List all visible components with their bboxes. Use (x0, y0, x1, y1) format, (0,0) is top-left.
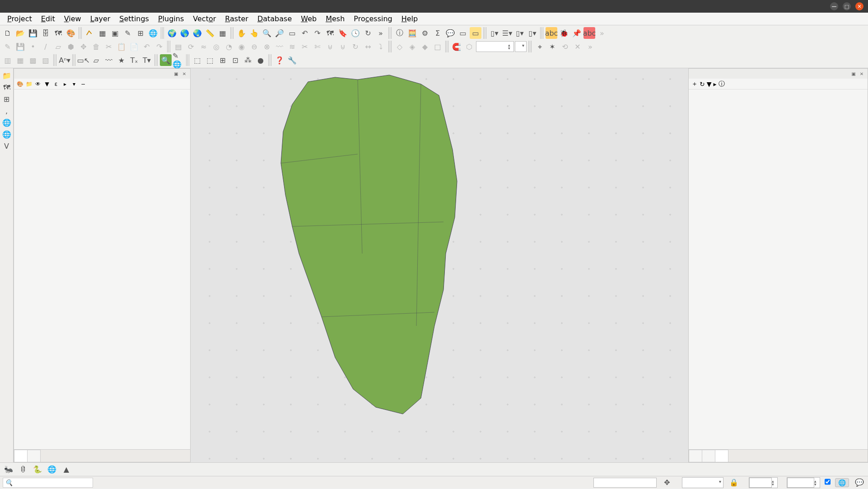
zoom-full-icon[interactable]: 🌍 (166, 27, 178, 39)
refresh-icon[interactable]: ↻ (362, 27, 374, 39)
add-raster-layer-icon[interactable]: 🗺 (1, 82, 13, 93)
add-mesh-layer-icon[interactable]: ⊞ (1, 94, 13, 104)
show-map-tips-icon[interactable]: 💬 (444, 27, 456, 39)
annotation-callout-icon[interactable]: T▾ (141, 54, 153, 66)
zoom-last-icon[interactable]: ↶ (299, 27, 311, 39)
new-mesh-icon[interactable]: ⊞ (135, 27, 146, 39)
label-pin-icon[interactable]: 📌 (571, 27, 583, 39)
layer-expand-icon[interactable]: ▸ (61, 80, 69, 88)
attribute-table-icon[interactable]: ▦ (217, 27, 229, 39)
tab-layers[interactable] (14, 450, 28, 462)
browser-panel-close-icon[interactable]: ✕ (859, 71, 865, 77)
new-bookmark-icon[interactable]: 🔖 (337, 27, 349, 39)
locator-input[interactable]: 🔍 (3, 478, 93, 488)
window-minimize-icon[interactable]: — (830, 2, 838, 10)
menu-vector[interactable]: Vector (189, 14, 219, 24)
georef-c-icon[interactable]: ⊞ (217, 54, 229, 66)
snap-overflow-icon[interactable]: » (584, 41, 596, 52)
zoom-out-icon[interactable]: 🔎 (274, 27, 285, 39)
new-print-layout-icon[interactable]: 🗺 (52, 27, 64, 39)
menu-web[interactable]: Web (297, 14, 320, 24)
layers-panel-close-icon[interactable]: ✕ (181, 71, 187, 77)
deselect-icon[interactable]: ▯▾ (514, 27, 526, 39)
tab-browser[interactable] (715, 450, 728, 462)
self-snap-icon[interactable]: ⟲ (559, 41, 571, 52)
zoom-layer-icon[interactable]: 🌎 (179, 27, 191, 39)
layer-style-icon[interactable]: 🎨 (16, 80, 24, 88)
grass-icon[interactable]: ▲ (61, 464, 72, 475)
open-project-icon[interactable]: 📂 (14, 27, 26, 39)
pan-icon[interactable]: ✋ (236, 27, 247, 39)
browser-filter-icon[interactable]: ▼ (707, 80, 712, 88)
crs-button[interactable]: 🌐 (835, 478, 849, 487)
zoom-native-icon[interactable]: ▭ (286, 27, 298, 39)
annotation-poly-icon[interactable]: ▱ (90, 54, 102, 66)
diagram-icon[interactable]: 🐞 (558, 27, 570, 39)
coordinate-input[interactable] (593, 478, 657, 488)
menu-layer[interactable]: Layer (87, 14, 114, 24)
layers-tree[interactable] (14, 89, 190, 449)
zoom-selection-icon[interactable]: 🌏 (191, 27, 203, 39)
browser-add-icon[interactable]: ＋ (691, 80, 698, 88)
georef-a-icon[interactable]: ⬚ (191, 54, 203, 66)
add-vector-layer-icon[interactable]: 📁 (1, 70, 13, 81)
messages-icon[interactable]: 💬 (854, 477, 865, 489)
coord-toggle-icon[interactable]: ✥ (661, 477, 673, 489)
tab-layer-styling[interactable] (702, 450, 715, 462)
layer-collapse-icon[interactable]: ▾ (70, 80, 78, 88)
add-virtual-icon[interactable]: V (1, 141, 13, 151)
overflow-1-icon[interactable]: » (375, 27, 387, 39)
browser-properties-icon[interactable]: ⓘ (719, 80, 725, 88)
menu-processing[interactable]: Processing (350, 14, 396, 24)
add-wms-layer-icon[interactable]: 🌐 (1, 117, 13, 128)
scale-select[interactable] (682, 477, 723, 488)
label-toolbar-icon[interactable]: abc (546, 27, 557, 39)
new-vector-layer-icon[interactable] (84, 27, 96, 39)
temporal-icon[interactable]: 🕓 (350, 27, 361, 39)
osm-search-icon[interactable]: 🔍 (160, 54, 172, 66)
add-wfs-layer-icon[interactable]: 🌐 (1, 129, 13, 140)
pan-selection-icon[interactable]: 👆 (248, 27, 260, 39)
snapping-enable-icon[interactable]: 🧲 (451, 41, 462, 52)
toolbox-icon[interactable]: ⚙ (419, 27, 431, 39)
save-as-icon[interactable]: 🗄 (40, 27, 51, 39)
new-virtual-layer-icon[interactable]: 🌐 (147, 27, 159, 39)
browser-collapse-icon[interactable]: ▸ (714, 80, 717, 88)
select-all-icon[interactable]: ▯▾ (527, 27, 538, 39)
menu-edit[interactable]: Edit (37, 14, 59, 24)
help-icon[interactable]: ❓ (274, 54, 285, 66)
scale-lock-icon[interactable]: 🔒 (728, 477, 740, 489)
new-temp-layer-icon[interactable]: ✎ (122, 27, 134, 39)
menu-view[interactable]: View (61, 14, 85, 24)
browser-refresh-icon[interactable]: ↻ (700, 80, 705, 88)
menu-settings[interactable]: Settings (116, 14, 153, 24)
new-geopackage-icon[interactable]: ▦ (97, 27, 108, 39)
measure-area-icon[interactable]: ▭ (457, 27, 469, 39)
menu-database[interactable]: Database (254, 14, 295, 24)
menu-plugins[interactable]: Plugins (154, 14, 187, 24)
snap-intersect-icon[interactable]: ✶ (546, 41, 558, 52)
tab-layer-order[interactable] (27, 450, 41, 462)
georef-d-icon[interactable]: ⊡ (229, 54, 241, 66)
network-logger-icon[interactable]: 🐜 (3, 464, 14, 475)
menu-mesh[interactable]: Mesh (322, 14, 348, 24)
python-console-icon[interactable]: 🐍 (32, 464, 43, 475)
style-manager-icon[interactable]: 🎨 (65, 27, 77, 39)
field-calc-icon[interactable]: 🧮 (406, 27, 418, 39)
identify-icon[interactable]: ⓘ (394, 27, 406, 39)
statistics-icon[interactable]: Σ (432, 27, 443, 39)
menu-project[interactable]: Project (4, 14, 36, 24)
annotation-marker-icon[interactable]: ★ (116, 54, 127, 66)
options-icon[interactable]: 🔧 (286, 54, 298, 66)
annotation-line-icon[interactable]: 〰 (103, 54, 115, 66)
render-checkbox[interactable] (825, 477, 831, 488)
db-manager-icon[interactable]: 🛢 (17, 464, 29, 475)
georef-e-icon[interactable]: ⁂ (242, 54, 254, 66)
layer-remove-icon[interactable]: − (79, 80, 87, 88)
add-delimited-icon[interactable]: , (1, 105, 13, 116)
zoom-in-icon[interactable]: 🔍 (261, 27, 273, 39)
new-shapefile-icon[interactable]: ▣ (109, 27, 121, 39)
topo-edit-icon[interactable]: ⌖ (534, 41, 546, 52)
georef-b-icon[interactable]: ⬚ (204, 54, 216, 66)
browser-panel-detach-icon[interactable]: ▣ (850, 71, 857, 77)
